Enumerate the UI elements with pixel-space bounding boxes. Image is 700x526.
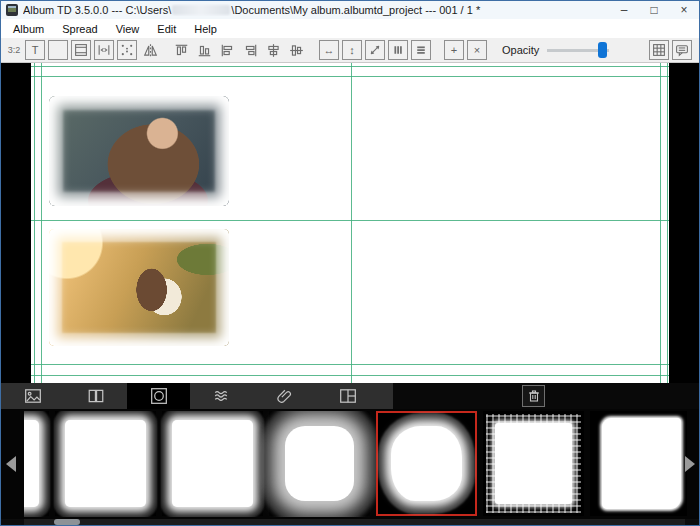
resource-tabs	[1, 383, 393, 409]
close-button[interactable]: ×	[669, 1, 699, 19]
spread-book-icon	[87, 387, 105, 405]
fit-width-glyph: ↔	[324, 44, 335, 56]
center-vertical-button[interactable]	[286, 40, 306, 60]
strip-scrollbar-thumb[interactable]	[54, 519, 80, 525]
opacity-slider[interactable]	[547, 41, 609, 59]
empty-frame-button[interactable]	[48, 40, 68, 60]
resize-diagonal-button[interactable]	[365, 40, 385, 60]
flip-horizontal-button[interactable]	[140, 40, 160, 60]
horizontal-spacing-button[interactable]	[94, 40, 114, 60]
align-bottom-button[interactable]	[194, 40, 214, 60]
title-bar[interactable]: Album TD 3.5.0.0 --- C:\Users\\Documents…	[1, 1, 699, 19]
menu-edit[interactable]: Edit	[148, 21, 185, 37]
app-icon	[6, 4, 18, 16]
remove-item-button[interactable]: ×	[467, 40, 487, 60]
tab-cliparts[interactable]	[253, 383, 316, 409]
distribute-icon	[120, 43, 134, 57]
guide-vertical-center	[351, 63, 352, 383]
guide-vertical-right-outer	[667, 63, 668, 383]
mask-thumbnail-strip	[1, 409, 699, 519]
resize-diagonal-icon	[368, 43, 382, 57]
scroll-left-arrow[interactable]	[6, 456, 16, 472]
photo2-grunge-edge	[49, 229, 229, 346]
strip-scrollbar-track[interactable]	[24, 519, 685, 525]
opacity-slider-thumb[interactable]	[598, 42, 607, 58]
opacity-label: Opacity	[502, 44, 539, 56]
distribute-button[interactable]	[117, 40, 137, 60]
menu-view[interactable]: View	[107, 21, 149, 37]
texture-waves-icon	[213, 387, 231, 405]
photo-portrait-brunette[interactable]	[49, 96, 229, 206]
center-horizontal-button[interactable]	[263, 40, 283, 60]
delete-mask-button[interactable]	[522, 385, 545, 407]
mask-thumbnail-4[interactable]	[269, 411, 370, 516]
resource-panel-tabbar	[1, 383, 699, 409]
photo-girl-in-meadow[interactable]	[49, 229, 229, 346]
grid-view-button[interactable]	[649, 40, 669, 60]
fit-height-button[interactable]: ↕	[342, 40, 362, 60]
horizontal-bars-button[interactable]	[411, 40, 431, 60]
menu-help[interactable]: Help	[185, 21, 226, 37]
photo3-grunge-edge	[236, 91, 641, 346]
album-page[interactable]	[31, 63, 669, 383]
mask-preview	[285, 426, 354, 501]
tab-layouts[interactable]	[316, 383, 379, 409]
title-suffix: \Documents\My album.albumtd_project --- …	[231, 4, 480, 16]
aspect-ratio-button[interactable]: 3:2	[5, 45, 23, 55]
guide-vertical-left-outer	[34, 63, 35, 383]
mask-thumbnail-5-selected[interactable]	[376, 411, 477, 516]
align-left-button[interactable]	[217, 40, 237, 60]
photos-icon	[24, 387, 42, 405]
text-tool-glyph: T	[32, 44, 39, 56]
maximize-button[interactable]: □	[639, 1, 669, 19]
guide-vertical-left-margin	[41, 63, 42, 383]
mask-thumbnails	[24, 411, 687, 517]
grid-icon	[652, 43, 666, 57]
comment-icon	[675, 43, 689, 57]
mask-thumbnail-7[interactable]	[590, 411, 687, 516]
mask-thumbnail-1[interactable]	[24, 411, 49, 516]
mask-circle-icon	[150, 387, 168, 405]
tab-spreads[interactable]	[64, 383, 127, 409]
comments-button[interactable]	[672, 40, 692, 60]
mask-thumbnail-2[interactable]	[55, 411, 156, 516]
guide-horizontal-top-outer	[31, 66, 669, 67]
mask-thumbnail-6[interactable]	[483, 411, 584, 516]
align-left-icon	[220, 43, 235, 58]
window-controls: – □ ×	[609, 1, 699, 19]
text-tool-button[interactable]: T	[25, 40, 45, 60]
strip-scrollbar[interactable]	[1, 519, 699, 525]
menu-spread[interactable]: Spread	[53, 21, 106, 37]
align-bottom-icon	[197, 43, 212, 58]
flip-horizontal-icon	[143, 43, 158, 58]
mask-thumbnail-3[interactable]	[162, 411, 263, 516]
add-item-button[interactable]: +	[444, 40, 464, 60]
scroll-right-arrow[interactable]	[685, 456, 695, 472]
vertical-bars-icon	[391, 43, 405, 57]
center-horizontal-icon	[266, 43, 281, 58]
tab-textures[interactable]	[190, 383, 253, 409]
tab-photos[interactable]	[1, 383, 64, 409]
guide-horizontal-top-margin	[31, 76, 669, 77]
title-redacted-username	[172, 5, 230, 15]
fit-height-glyph: ↕	[349, 44, 355, 56]
align-top-icon	[174, 43, 189, 58]
vertical-bars-button[interactable]	[388, 40, 408, 60]
mask-preview	[65, 420, 146, 507]
align-top-button[interactable]	[171, 40, 191, 60]
guide-horizontal-center	[31, 220, 669, 221]
photo-blonde-smiling[interactable]	[236, 91, 641, 346]
align-right-button[interactable]	[240, 40, 260, 60]
minimize-button[interactable]: –	[609, 1, 639, 19]
menu-album[interactable]: Album	[4, 21, 53, 37]
spread-canvas[interactable]	[1, 63, 699, 383]
mask-preview	[172, 420, 253, 507]
page-margins-button[interactable]	[71, 40, 91, 60]
photo1-grunge-edge	[49, 96, 229, 206]
guide-horizontal-bottom-outer	[31, 375, 669, 376]
fit-width-button[interactable]: ↔	[319, 40, 339, 60]
center-vertical-icon	[289, 43, 304, 58]
guide-vertical-right-margin	[660, 63, 661, 383]
tab-masks[interactable]	[127, 383, 190, 409]
window-title: Album TD 3.5.0.0 --- C:\Users\\Documents…	[23, 4, 609, 16]
